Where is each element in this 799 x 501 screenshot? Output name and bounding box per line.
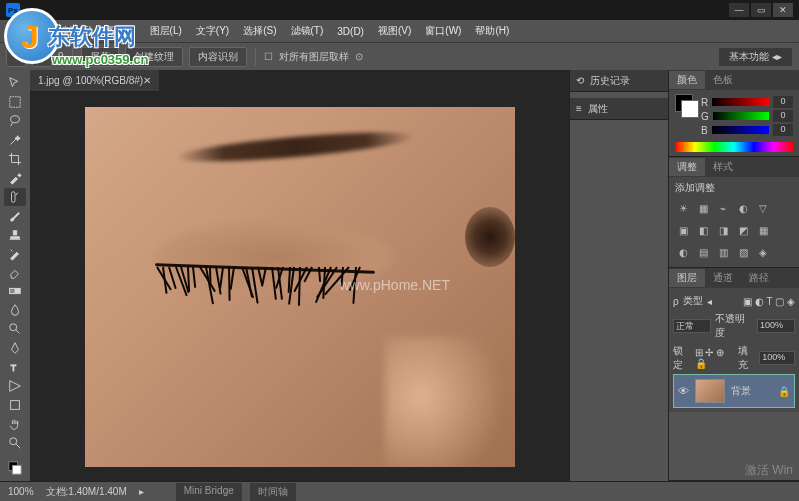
canvas-image[interactable]: www.pHome.NET	[85, 107, 515, 467]
workspace-dropdown[interactable]: 基本功能 ◂▸	[718, 47, 793, 67]
value-r[interactable]: 0	[773, 96, 793, 108]
tab-styles[interactable]: 样式	[705, 158, 741, 176]
gradient-tool[interactable]	[4, 282, 26, 300]
opacity-input[interactable]: 100%	[757, 319, 795, 333]
brush-preset-icon[interactable]	[32, 47, 52, 67]
menu-view[interactable]: 视图(V)	[372, 22, 417, 40]
adj-selective-icon[interactable]: ◈	[755, 245, 771, 259]
opacity-label: 不透明度	[715, 312, 753, 340]
svg-point-1	[11, 116, 20, 123]
tab-swatches[interactable]: 色板	[705, 71, 741, 89]
menu-layer[interactable]: 图层(L)	[144, 22, 188, 40]
type-tool[interactable]: T	[4, 358, 26, 376]
minimize-button[interactable]: —	[729, 3, 749, 17]
swatch-foreground[interactable]	[4, 459, 26, 477]
slider-g[interactable]	[713, 112, 769, 120]
move-tool[interactable]	[4, 74, 26, 92]
doc-info[interactable]: 文档:1.40M/1.40M	[46, 485, 127, 499]
zoom-level[interactable]: 100%	[8, 486, 34, 497]
adj-brightness-icon[interactable]: ☀	[675, 201, 691, 215]
adj-levels-icon[interactable]: ▦	[695, 201, 711, 215]
menu-3d[interactable]: 3D(D)	[331, 24, 370, 39]
path-tool[interactable]	[4, 377, 26, 395]
document-tab[interactable]: 1.jpg @ 100%(RGB/8#) ✕	[30, 70, 159, 92]
layers-panel: 图层 通道 路径 ρ类型◂ ▣ ◐ T ▢ ◈ 正常 不透明度 100% 锁定 …	[669, 268, 799, 481]
marquee-tool[interactable]	[4, 93, 26, 111]
hand-tool[interactable]	[4, 415, 26, 433]
lasso-tool[interactable]	[4, 112, 26, 130]
tool-preset-icon[interactable]	[6, 47, 26, 67]
tab-layers[interactable]: 图层	[669, 269, 705, 287]
crop-tool[interactable]	[4, 150, 26, 168]
menu-filter[interactable]: 滤镜(T)	[285, 22, 330, 40]
right-panel-dock: 颜色 色板 R0 G0 B0	[669, 70, 799, 481]
adj-bw-icon[interactable]: ◨	[715, 223, 731, 237]
tab-color[interactable]: 颜色	[669, 71, 705, 89]
maximize-button[interactable]: ▭	[751, 3, 771, 17]
adj-hue-icon[interactable]: ▣	[675, 223, 691, 237]
healing-brush-tool[interactable]	[4, 188, 26, 206]
blend-mode-dropdown[interactable]: 正常	[673, 319, 711, 333]
brush-tool[interactable]	[4, 207, 26, 225]
opt-texture[interactable]: 创建纹理	[125, 47, 183, 67]
lock-label: 锁定	[673, 344, 691, 372]
adj-curves-icon[interactable]: ⌁	[715, 201, 731, 215]
tools-panel: T	[0, 70, 30, 481]
tab-paths[interactable]: 路径	[741, 269, 777, 287]
opt-content-aware[interactable]: 内容识别	[189, 47, 247, 67]
value-g[interactable]: 0	[773, 110, 793, 122]
color-panel: 颜色 色板 R0 G0 B0	[669, 70, 799, 157]
wand-tool[interactable]	[4, 131, 26, 149]
pen-tool[interactable]	[4, 339, 26, 357]
tab-channels[interactable]: 通道	[705, 269, 741, 287]
adj-poster-icon[interactable]: ▤	[695, 245, 711, 259]
visibility-icon[interactable]: 👁	[678, 385, 689, 397]
menu-help[interactable]: 帮助(H)	[469, 22, 515, 40]
hue-strip[interactable]	[675, 142, 793, 152]
adj-threshold-icon[interactable]: ▥	[715, 245, 731, 259]
zoom-tool[interactable]	[4, 434, 26, 452]
adj-balance-icon[interactable]: ◧	[695, 223, 711, 237]
close-button[interactable]: ✕	[773, 3, 793, 17]
svg-rect-2	[12, 191, 16, 202]
layer-kind[interactable]: 类型	[683, 294, 703, 308]
tab-timeline[interactable]: 时间轴	[250, 483, 296, 501]
properties-panel-tab[interactable]: ≡属性	[570, 98, 668, 120]
shape-tool[interactable]	[4, 396, 26, 414]
eyedropper-tool[interactable]	[4, 169, 26, 187]
fill-input[interactable]: 100%	[759, 351, 795, 365]
adj-invert-icon[interactable]: ◐	[675, 245, 691, 259]
adj-exposure-icon[interactable]: ◐	[735, 201, 751, 215]
history-brush-tool[interactable]	[4, 245, 26, 263]
svg-rect-10	[12, 465, 21, 474]
menu-select[interactable]: 选择(S)	[237, 22, 282, 40]
svg-rect-0	[10, 97, 21, 108]
options-bar: 9 屏幕 创建纹理 内容识别 ☐ 对所有图层取样 ⊙ 基本功能 ◂▸	[0, 42, 799, 70]
stamp-tool[interactable]	[4, 226, 26, 244]
label-b: B	[701, 125, 708, 136]
menu-type[interactable]: 文字(Y)	[190, 22, 235, 40]
layer-background[interactable]: 👁 背景 🔒	[673, 374, 795, 408]
activate-windows: 激活 Win	[745, 462, 793, 479]
value-b[interactable]: 0	[773, 124, 793, 136]
opt-sample-all[interactable]: 对所有图层取样	[279, 50, 349, 64]
adj-photo-icon[interactable]: ◩	[735, 223, 751, 237]
layer-thumbnail[interactable]	[695, 379, 725, 403]
adj-gradient-icon[interactable]: ▨	[735, 245, 751, 259]
blur-tool[interactable]	[4, 301, 26, 319]
history-panel-tab[interactable]: ⟲历史记录	[570, 70, 668, 92]
menu-file[interactable]: 文件(F)	[6, 22, 51, 40]
slider-b[interactable]	[712, 126, 769, 134]
menu-edit[interactable]: 编辑(E)	[53, 22, 98, 40]
menu-window[interactable]: 窗口(W)	[419, 22, 467, 40]
eraser-tool[interactable]	[4, 264, 26, 282]
lock-icon: 🔒	[778, 386, 790, 397]
adj-mixer-icon[interactable]: ▦	[755, 223, 771, 237]
slider-r[interactable]	[712, 98, 769, 106]
opt-screen[interactable]: 屏幕	[81, 47, 119, 67]
tab-adjustments[interactable]: 调整	[669, 158, 705, 176]
menu-image[interactable]: 图像(I)	[100, 22, 141, 40]
dodge-tool[interactable]	[4, 320, 26, 338]
tab-mini-bridge[interactable]: Mini Bridge	[176, 483, 242, 501]
adj-vibrance-icon[interactable]: ▽	[755, 201, 771, 215]
